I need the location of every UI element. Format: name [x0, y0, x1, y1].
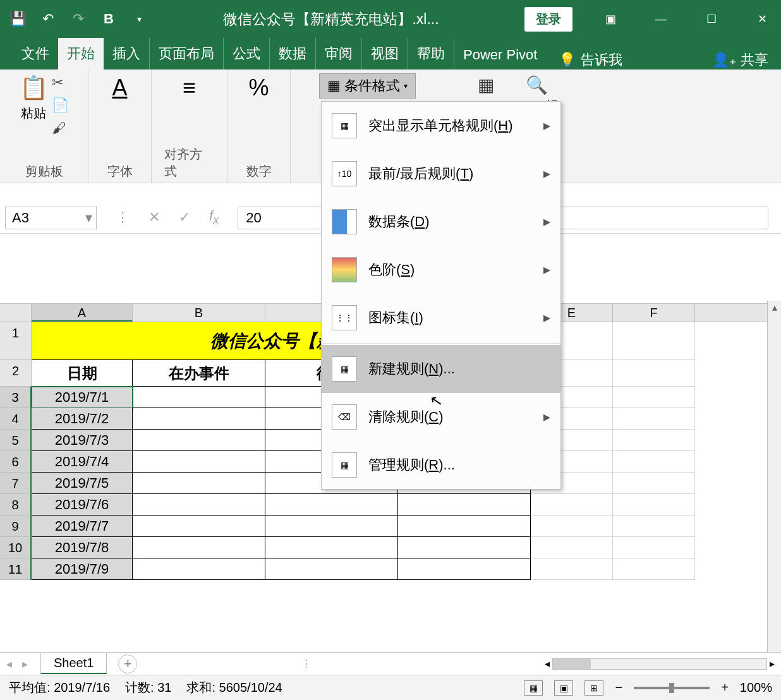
minimize-icon[interactable]: — — [648, 6, 674, 32]
row-header[interactable]: 1 — [0, 322, 32, 360]
enter-icon[interactable]: ✓ — [179, 209, 190, 226]
zoom-in-icon[interactable]: + — [721, 680, 729, 695]
cf-data-bars[interactable]: 数据条(D) ▸ — [322, 198, 560, 246]
normal-view-icon[interactable]: ▦ — [524, 680, 543, 696]
date-cell[interactable]: 2019/7/1 — [32, 387, 133, 408]
cancel-icon[interactable]: ✕ — [148, 209, 160, 226]
cell[interactable] — [133, 558, 265, 580]
number-icon[interactable]: % — [248, 75, 269, 101]
cell[interactable] — [613, 516, 695, 537]
cf-top-bottom-rules[interactable]: ↑10 最前/最后规则(T) ▸ — [322, 150, 560, 198]
cell[interactable] — [531, 494, 613, 516]
cell[interactable] — [613, 451, 695, 473]
scroll-thumb[interactable] — [553, 659, 591, 669]
copy-icon[interactable]: 📄 — [52, 97, 69, 114]
cell[interactable] — [613, 558, 695, 580]
cell[interactable] — [265, 494, 398, 516]
tab-data[interactable]: 数据 — [270, 38, 316, 69]
page-layout-icon[interactable]: ▣ — [554, 680, 573, 696]
sheet-next-icon[interactable]: ▸ — [22, 657, 28, 671]
qat-customize-icon[interactable]: ▾ — [128, 8, 150, 30]
scroll-left-icon[interactable]: ◂ — [545, 658, 550, 670]
cf-new-rule[interactable]: ▦ 新建规则(N)... — [322, 345, 560, 393]
dropdown-icon[interactable]: ▾ — [85, 210, 92, 226]
cell[interactable] — [531, 558, 613, 580]
cell[interactable] — [613, 387, 695, 408]
tab-file[interactable]: 文件 — [13, 38, 58, 69]
save-icon[interactable]: 💾 — [6, 8, 29, 30]
find-icon[interactable]: 🔍 — [526, 75, 548, 95]
header-inprogress[interactable]: 在办事件 — [133, 360, 265, 387]
cf-manage-rules[interactable]: ▦ 管理规则(R)... — [322, 441, 560, 489]
horizontal-scrollbar[interactable]: ◂ ▸ — [545, 658, 775, 670]
cell[interactable] — [613, 430, 695, 451]
cell[interactable] — [613, 360, 695, 387]
date-cell[interactable]: 2019/7/2 — [32, 408, 133, 430]
page-break-icon[interactable]: ⊞ — [584, 680, 603, 696]
scroll-up-icon[interactable]: ▴ — [768, 301, 781, 315]
cell[interactable] — [133, 516, 265, 537]
share-button[interactable]: 👤₊共享 — [712, 51, 768, 69]
row-header[interactable]: 8 — [0, 494, 32, 516]
tab-review[interactable]: 审阅 — [316, 38, 362, 69]
cell[interactable] — [613, 473, 695, 494]
row-header[interactable]: 9 — [0, 516, 32, 537]
tab-layout[interactable]: 页面布局 — [150, 38, 224, 69]
scroll-right-icon[interactable]: ▸ — [770, 658, 775, 670]
col-header-B[interactable]: B — [133, 304, 265, 322]
cells-icon[interactable]: ▦ — [478, 75, 494, 95]
date-cell[interactable]: 2019/7/8 — [32, 537, 133, 558]
cell[interactable] — [398, 494, 531, 516]
date-cell[interactable]: 2019/7/3 — [32, 430, 133, 451]
name-box[interactable]: A3 ▾ — [5, 207, 97, 229]
date-cell[interactable]: 2019/7/6 — [32, 494, 133, 516]
col-header-F[interactable]: F — [613, 304, 695, 322]
tab-formulas[interactable]: 公式 — [224, 38, 270, 69]
align-icon[interactable]: ≡ — [183, 75, 196, 101]
maximize-icon[interactable]: ☐ — [699, 6, 724, 32]
cell[interactable] — [265, 516, 398, 537]
cell[interactable] — [133, 473, 265, 494]
cell[interactable] — [133, 494, 265, 516]
row-header[interactable]: 4 — [0, 408, 32, 430]
row-header[interactable]: 3 — [0, 387, 32, 408]
cell[interactable] — [133, 430, 265, 451]
vertical-scrollbar[interactable]: ▴ — [767, 301, 781, 652]
add-sheet-button[interactable]: + — [118, 655, 137, 673]
zoom-slider[interactable] — [634, 687, 710, 689]
cell[interactable] — [531, 516, 613, 537]
cell[interactable] — [398, 537, 531, 558]
row-header[interactable]: 6 — [0, 451, 32, 473]
font-icon[interactable]: A — [112, 75, 127, 101]
zoom-out-icon[interactable]: − — [615, 680, 622, 695]
cell[interactable] — [531, 537, 613, 558]
cell[interactable] — [613, 537, 695, 558]
cell[interactable] — [133, 537, 265, 558]
undo-icon[interactable]: ↶ — [37, 8, 59, 30]
tab-view[interactable]: 视图 — [362, 38, 408, 69]
row-header[interactable]: 11 — [0, 558, 32, 580]
cell[interactable] — [133, 387, 265, 408]
redo-icon[interactable]: ↷ — [67, 8, 90, 30]
format-painter-icon[interactable]: 🖌 — [52, 120, 69, 136]
date-cell[interactable]: 2019/7/9 — [32, 558, 133, 580]
cell[interactable] — [613, 408, 695, 430]
paste-icon[interactable]: 📋 — [20, 75, 48, 101]
tab-insert[interactable]: 插入 — [104, 38, 150, 69]
cell[interactable] — [265, 537, 398, 558]
date-cell[interactable]: 2019/7/4 — [32, 451, 133, 473]
zoom-level[interactable]: 100% — [740, 680, 772, 695]
row-header[interactable]: 10 — [0, 537, 32, 558]
tell-me[interactable]: 💡告诉我 — [559, 51, 622, 69]
cf-highlight-rules[interactable]: ▦ 突出显示单元格规则(H) ▸ — [322, 102, 560, 150]
cf-color-scales[interactable]: 色阶(S) ▸ — [322, 246, 560, 294]
cell[interactable] — [398, 558, 531, 580]
date-cell[interactable]: 2019/7/7 — [32, 516, 133, 537]
row-header[interactable]: 2 — [0, 360, 32, 387]
cell[interactable] — [133, 451, 265, 473]
cell[interactable] — [398, 516, 531, 537]
col-header-A[interactable]: A — [32, 304, 133, 322]
header-date[interactable]: 日期 — [32, 360, 133, 387]
date-cell[interactable]: 2019/7/5 — [32, 473, 133, 494]
cell[interactable] — [613, 494, 695, 516]
